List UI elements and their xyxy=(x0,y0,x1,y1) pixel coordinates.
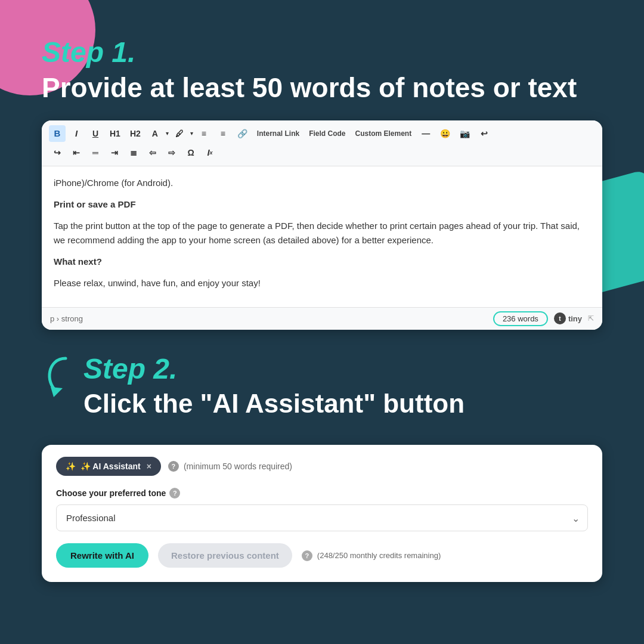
image-button[interactable]: 📷 xyxy=(456,125,473,142)
section1-body: Tap the print button at the top of the p… xyxy=(54,219,590,247)
editor-toolbar: B I U H1 H2 A ▾ 🖊 ▾ ≡ ≡ 🔗 Internal Link … xyxy=(42,120,602,166)
ai-actions: Rewrite with AI Restore previous content… xyxy=(56,543,588,568)
outdent-button[interactable]: ⇦ xyxy=(144,144,161,161)
custom-element-button[interactable]: Custom Element xyxy=(352,125,416,142)
ordered-list-button[interactable]: ≡ xyxy=(215,125,231,142)
editor-content[interactable]: iPhone)/Chrome (for Android). Print or s… xyxy=(42,166,602,307)
italic-button[interactable]: I xyxy=(68,125,85,142)
bullet-list-button[interactable]: ≡ xyxy=(196,125,212,142)
credits-help-icon: ? xyxy=(302,550,312,561)
restore-button[interactable]: Restore previous content xyxy=(158,543,292,568)
credits-text: ? (248/250 monthly credits remaining) xyxy=(302,550,441,561)
field-code-button[interactable]: Field Code xyxy=(305,125,349,142)
step2-heading: Click the "AI Assistant" button xyxy=(83,389,465,419)
section1-heading: Print or save a PDF xyxy=(54,199,136,209)
tone-label: Choose your preferred tone ? xyxy=(56,488,588,499)
arrow-icon xyxy=(42,352,78,406)
redo-button[interactable]: ↪ xyxy=(49,144,66,161)
toolbar-row-1: B I U H1 H2 A ▾ 🖊 ▾ ≡ ≡ 🔗 Internal Link … xyxy=(49,125,595,142)
font-color-button[interactable]: A xyxy=(147,125,163,142)
editor-breadcrumb: p › strong xyxy=(50,314,83,323)
editor-footer: p › strong 236 words t tiny ⇱ xyxy=(42,307,602,330)
ai-assistant-label: ✨ AI Assistant xyxy=(80,462,141,471)
highlight-button[interactable]: 🖊 xyxy=(171,125,188,142)
step2-label: Step 2. xyxy=(83,352,465,385)
indent-button[interactable]: ⇨ xyxy=(163,144,180,161)
justify-button[interactable]: ≣ xyxy=(125,144,142,161)
toolbar-row-2: ↪ ⇤ ═ ⇥ ≣ ⇦ ⇨ Ω Ix xyxy=(49,144,595,161)
divider-button[interactable]: — xyxy=(417,125,434,142)
editor-box: B I U H1 H2 A ▾ 🖊 ▾ ≡ ≡ 🔗 Internal Link … xyxy=(42,120,602,330)
help-icon: ? xyxy=(168,461,179,472)
undo-button[interactable]: ↩ xyxy=(476,125,493,142)
tiny-logo: t tiny xyxy=(554,312,582,324)
word-count: 236 words xyxy=(493,311,548,326)
clear-format-button[interactable]: Ix xyxy=(202,144,218,161)
step2-section: Step 2. Click the "AI Assistant" button … xyxy=(42,352,602,583)
ai-help-row: ? (minimum 50 words required) xyxy=(168,461,292,472)
omega-button[interactable]: Ω xyxy=(182,144,199,161)
sparkle-icon: ✨ xyxy=(66,462,76,471)
step1-section: Step 1. Provide at least 50 words of not… xyxy=(42,36,602,104)
link-button[interactable]: 🔗 xyxy=(234,125,251,142)
h1-button[interactable]: H1 xyxy=(106,125,124,142)
ai-top-row: ✨ ✨ AI Assistant × ? (minimum 50 words r… xyxy=(56,457,588,476)
ai-help-text: (minimum 50 words required) xyxy=(184,462,292,471)
tone-select-wrapper: Professional Casual Formal Friendly Info… xyxy=(56,504,588,531)
ai-close-icon[interactable]: × xyxy=(147,462,151,471)
resize-handle[interactable]: ⇱ xyxy=(588,314,594,323)
h2-button[interactable]: H2 xyxy=(126,125,144,142)
section2-heading: What next? xyxy=(54,256,102,267)
ai-assistant-button[interactable]: ✨ ✨ AI Assistant × xyxy=(56,457,161,476)
rewrite-button[interactable]: Rewrite with AI xyxy=(56,543,148,568)
section2-body: Please relax, unwind, have fun, and enjo… xyxy=(54,276,590,290)
bold-button[interactable]: B xyxy=(49,125,66,142)
tone-help-icon: ? xyxy=(169,488,180,499)
tone-select[interactable]: Professional Casual Formal Friendly Info… xyxy=(56,504,588,531)
svg-marker-0 xyxy=(51,387,63,397)
ai-panel: ✨ ✨ AI Assistant × ? (minimum 50 words r… xyxy=(42,445,602,582)
step1-heading: Provide at least 50 words of notes or te… xyxy=(42,72,602,104)
editor-intro-line: iPhone)/Chrome (for Android). xyxy=(54,176,590,190)
emoji-button[interactable]: 😀 xyxy=(436,125,454,142)
underline-button[interactable]: U xyxy=(87,125,104,142)
align-center-button[interactable]: ═ xyxy=(87,144,104,161)
align-right-button[interactable]: ⇥ xyxy=(106,144,123,161)
align-left-button[interactable]: ⇤ xyxy=(68,144,85,161)
internal-link-button[interactable]: Internal Link xyxy=(253,125,303,142)
step1-label: Step 1. xyxy=(42,36,602,69)
